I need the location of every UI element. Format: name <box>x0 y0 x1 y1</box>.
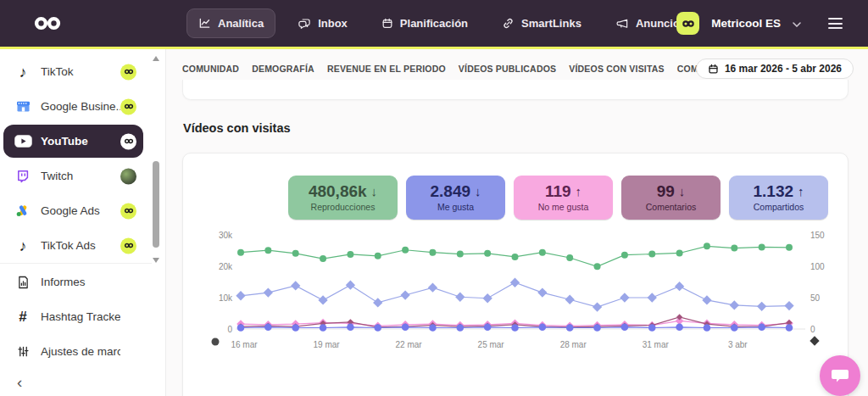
metric-card-compartidos[interactable]: 1.132↑Compartidos <box>729 176 828 220</box>
previous-card-bottom <box>182 80 849 100</box>
google-business-icon <box>13 100 33 113</box>
tool-label: Informes <box>41 276 86 288</box>
tiktok-icon: ♪ <box>13 238 33 254</box>
metric-value: 99↓ <box>657 183 686 200</box>
tool-label: Hashtag Tracker <box>41 310 120 323</box>
chevron-down-icon[interactable] <box>793 22 801 27</box>
channel-label: TikTok Ads <box>41 239 96 252</box>
tab-videos-publicados[interactable]: VÍDEOS PUBLICADOS <box>459 64 556 74</box>
chart-series-me-gusta <box>236 278 793 312</box>
right-axis-handle-icon[interactable] <box>810 336 819 345</box>
google-ads-icon <box>13 204 33 217</box>
nav-item-label: Inbox <box>318 17 348 30</box>
scroll-down-icon[interactable] <box>153 258 159 263</box>
sidebar-item-youtube[interactable]: YouTube <box>0 124 165 159</box>
metric-card-comentarios[interactable]: 99↓Comentarios <box>621 176 721 220</box>
scrollbar-thumb[interactable] <box>153 161 159 248</box>
profile-photo-badge <box>120 168 136 184</box>
chart-series-reproducciones <box>237 243 793 270</box>
tab-demografia[interactable]: DEMOGRAFÍA <box>252 64 314 74</box>
account-name[interactable]: Metricool ES <box>711 17 781 30</box>
nav-item-planificacion[interactable]: Planificación <box>370 8 480 38</box>
sidebar-item-google-busine[interactable]: Google Busine... <box>0 89 165 124</box>
sidebar-scrollbar[interactable] <box>152 53 160 266</box>
sidebar-item-google-ads[interactable]: Google Ads <box>0 193 165 228</box>
right-axis-tick: 0 <box>810 325 815 334</box>
calendar-icon <box>708 64 719 75</box>
report-icon <box>13 276 33 289</box>
tab-comunidad[interactable]: COMUNIDAD <box>182 64 239 74</box>
nav-item-label: Analítica <box>218 17 264 30</box>
account-avatar[interactable] <box>676 12 699 35</box>
tools-list: Informes#Hashtag TrackerAjustes de marca <box>0 265 165 369</box>
metric-label: Reproducciones <box>311 202 376 212</box>
trend-arrow-icon: ↑ <box>576 185 582 198</box>
metricool-badge-icon <box>120 133 136 149</box>
channel-label: YouTube <box>41 135 88 148</box>
channel-list: ♪TikTokGoogle Busine...YouTubeTwitchGoog… <box>0 54 165 263</box>
trend-arrow-icon: ↑ <box>798 185 804 198</box>
analytics-section-tabs: COMUNIDADDEMOGRAFÍAREVENUE EN EL PERIODO… <box>182 64 751 74</box>
metric-label: No me gusta <box>538 202 589 212</box>
nav-item-label: Planificación <box>400 17 468 30</box>
metric-card-reproducciones[interactable]: 480,86k↓Reproducciones <box>288 176 398 220</box>
x-axis-tick: 25 mar <box>478 340 505 349</box>
channel-label: Twitch <box>41 170 73 182</box>
metricool-badge-icon <box>120 203 136 219</box>
channel-label: Google Busine... <box>41 100 120 113</box>
sidebar-item-hashtag-tracker[interactable]: #Hashtag Tracker <box>0 299 165 334</box>
sidebar-collapse-button[interactable]: ‹ <box>10 370 29 395</box>
sidebar-item-twitch[interactable]: Twitch <box>0 159 165 193</box>
hamburger-menu-icon[interactable] <box>825 14 846 32</box>
channels-sidebar: ♪TikTokGoogle Busine...YouTubeTwitchGoog… <box>0 49 166 396</box>
date-range-label: 16 mar 2026 - 5 abr 2026 <box>725 63 842 75</box>
trend-arrow-icon: ↓ <box>371 185 378 198</box>
trend-arrow-icon: ↓ <box>679 185 686 198</box>
metricool-badge-icon <box>120 64 136 80</box>
top-nav-bar: AnalíticaInboxPlanificaciónSmartLinksAnu… <box>0 0 868 49</box>
megaphone-icon <box>615 17 629 30</box>
metricool-logo-icon[interactable] <box>34 15 61 31</box>
tiktok-icon: ♪ <box>13 64 33 80</box>
twitch-icon <box>13 170 33 183</box>
metric-card-no-me-gusta[interactable]: 119↑No me gusta <box>514 176 613 220</box>
visits-chart: 010k20k30k05010015016 mar19 mar22 mar25 … <box>198 230 832 355</box>
x-axis-tick: 3 abr <box>728 340 748 349</box>
sidebar-item-tiktok-ads[interactable]: ♪TikTok Ads <box>0 228 165 263</box>
left-axis-tick: 30k <box>219 231 233 240</box>
left-axis-tick: 20k <box>219 262 233 271</box>
x-axis-tick: 16 mar <box>231 340 258 349</box>
nav-item-smartlinks[interactable]: SmartLinks <box>490 8 593 38</box>
date-range-picker[interactable]: 16 mar 2026 - 5 abr 2026 <box>696 59 854 79</box>
tab-videos-con-visitas[interactable]: VÍDEOS CON VISITAS <box>569 64 665 74</box>
channel-label: Google Ads <box>41 204 100 217</box>
left-axis-handle-icon[interactable] <box>212 338 220 346</box>
analytics-icon <box>198 17 211 30</box>
right-axis-tick: 50 <box>810 293 821 303</box>
inbox-icon <box>298 17 311 30</box>
metricool-badge-icon <box>120 237 136 254</box>
nav-item-inbox[interactable]: Inbox <box>286 8 359 38</box>
youtube-icon <box>13 135 33 148</box>
metric-card-me-gusta[interactable]: 2.849↓Me gusta <box>406 176 505 220</box>
nav-item-analitica[interactable]: Analítica <box>186 8 275 38</box>
right-axis-tick: 150 <box>810 231 825 240</box>
line-chart: 010k20k30k05010015016 mar19 mar22 mar25 … <box>198 230 832 355</box>
metric-value: 1.132↑ <box>753 183 804 200</box>
metric-label: Compartidos <box>754 202 804 212</box>
scroll-up-icon[interactable] <box>153 56 159 61</box>
x-axis-tick: 28 mar <box>560 340 587 349</box>
calendar-icon <box>381 17 393 30</box>
sidebar-divider <box>0 263 152 264</box>
nav-item-label: SmartLinks <box>521 17 581 30</box>
sidebar-item-informes[interactable]: Informes <box>0 265 165 299</box>
tab-revenue-en-el-periodo[interactable]: REVENUE EN EL PERIODO <box>327 64 446 74</box>
videos-con-visitas-card: 480,86k↓Reproducciones2.849↓Me gusta119↑… <box>182 153 849 396</box>
metric-label: Comentarios <box>646 202 697 212</box>
sidebar-item-tiktok[interactable]: ♪TikTok <box>0 54 165 89</box>
metric-value: 480,86k↓ <box>309 183 377 200</box>
sidebar-item-ajustes-de-marca[interactable]: Ajustes de marca <box>0 334 165 369</box>
hashtag-icon: # <box>13 310 33 324</box>
support-chat-button[interactable] <box>820 355 860 396</box>
chat-bubble-icon <box>830 367 850 385</box>
